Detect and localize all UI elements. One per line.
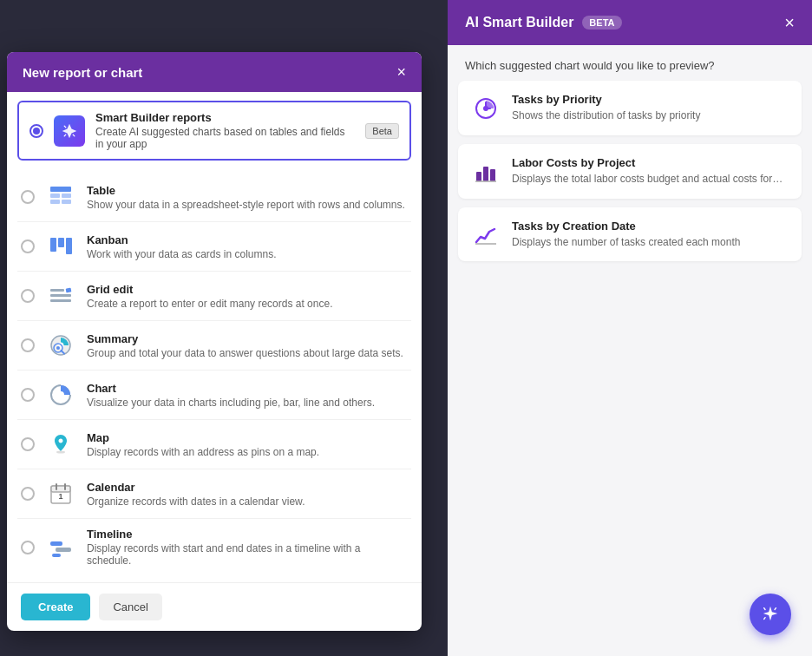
timeline-svg	[49, 535, 73, 560]
kanban-radio	[21, 239, 35, 253]
svg-point-15	[56, 346, 60, 350]
report-option-kanban[interactable]: Kanban Work with your data as cards in c…	[17, 222, 411, 272]
grid-edit-svg	[49, 284, 73, 308]
grid-edit-radio	[21, 289, 35, 303]
calendar-desc: Organize records with dates in a calenda…	[87, 495, 304, 508]
svg-rect-31	[483, 167, 488, 181]
svg-rect-5	[50, 238, 56, 252]
smart-builder-title: Smart Builder reports	[95, 111, 355, 124]
chart-card-tasks-creation[interactable]: Tasks by Creation Date Displays the numb…	[458, 207, 802, 262]
smart-builder-radio	[29, 124, 43, 138]
chart-card-tasks-priority[interactable]: Tasks by Priority Shows the distribution…	[458, 81, 802, 135]
table-svg	[49, 185, 73, 209]
svg-rect-6	[58, 238, 64, 247]
right-panel-close-button[interactable]: ×	[784, 14, 795, 31]
timeline-desc: Display records with start and end dates…	[87, 542, 408, 567]
kanban-title: Kanban	[87, 233, 277, 246]
summary-title: Summary	[87, 332, 403, 345]
svg-rect-25	[52, 554, 61, 557]
svg-point-17	[56, 451, 65, 454]
grid-edit-title: Grid edit	[87, 283, 332, 296]
labor-costs-desc: Displays the total labor costs budget an…	[512, 172, 783, 187]
report-option-table[interactable]: Table Show your data in a spreadsheet-st…	[17, 173, 411, 222]
tasks-creation-desc: Displays the number of tasks created eac…	[512, 235, 740, 250]
svg-rect-4	[62, 200, 71, 204]
map-svg	[49, 432, 73, 456]
kanban-icon	[45, 231, 76, 262]
svg-rect-24	[56, 548, 71, 552]
grid-edit-desc: Create a report to enter or edit many re…	[87, 298, 332, 310]
report-option-map[interactable]: Map Display records with an address as p…	[17, 420, 411, 469]
table-icon	[45, 181, 76, 213]
modal-header: New report or chart ×	[7, 52, 422, 92]
smart-builder-option[interactable]: Smart Builder reports Create AI suggeste…	[17, 101, 411, 161]
svg-rect-9	[66, 288, 72, 293]
map-desc: Display records with an address as pins …	[87, 446, 319, 458]
svg-rect-32	[490, 169, 495, 181]
report-option-grid-edit[interactable]: Grid edit Create a report to enter or ed…	[17, 272, 411, 321]
radio-selected-indicator	[33, 128, 40, 134]
smart-builder-desc: Create AI suggested charts based on tabl…	[95, 126, 355, 150]
map-title: Map	[87, 431, 319, 444]
chart-title: Chart	[87, 382, 375, 395]
line-chart-icon	[472, 221, 500, 249]
svg-rect-3	[50, 200, 60, 204]
svg-rect-2	[62, 194, 71, 198]
create-button[interactable]: Create	[21, 594, 90, 620]
table-text: Table Show your data in a spreadsheet-st…	[87, 184, 405, 211]
chart-text: Chart Visualize your data in charts incl…	[87, 382, 375, 409]
summary-desc: Group and total your data to answer ques…	[87, 347, 403, 359]
summary-svg	[49, 333, 73, 358]
tasks-priority-desc: Shows the distribution of tasks by prior…	[512, 108, 700, 123]
calendar-title: Calendar	[87, 481, 304, 494]
chart-radio	[21, 388, 35, 402]
chart-card-labor-costs[interactable]: Labor Costs by Project Displays the tota…	[458, 144, 802, 199]
svg-rect-8	[50, 289, 64, 292]
cancel-button[interactable]: Cancel	[99, 594, 161, 620]
svg-rect-1	[50, 194, 60, 198]
smart-builder-icon	[54, 115, 85, 147]
kanban-text: Kanban Work with your data as cards in c…	[87, 233, 277, 260]
labor-costs-title: Labor Costs by Project	[512, 156, 783, 169]
grid-edit-icon	[45, 280, 76, 312]
wand-icon	[61, 122, 78, 140]
report-option-timeline[interactable]: Timeline Display records with start and …	[17, 519, 411, 575]
summary-text: Summary Group and total your data to ans…	[87, 332, 403, 359]
fab-button[interactable]	[750, 594, 791, 635]
map-text: Map Display records with an address as p…	[87, 431, 319, 458]
right-panel-header-left: AI Smart Builder BETA	[465, 15, 622, 30]
right-beta-badge: BETA	[582, 16, 621, 30]
kanban-desc: Work with your data as cards in columns.	[87, 248, 277, 260]
svg-rect-11	[50, 299, 71, 302]
tasks-priority-title: Tasks by Priority	[512, 93, 700, 106]
kanban-svg	[49, 234, 73, 259]
clock-chart-icon	[472, 95, 500, 122]
chart-svg	[49, 383, 73, 407]
summary-radio	[21, 338, 35, 352]
report-option-calendar[interactable]: 1 Calendar Organize records with dates i…	[17, 469, 411, 519]
sparkle-icon	[761, 605, 780, 624]
modal-footer: Create Cancel	[7, 582, 422, 631]
svg-rect-30	[476, 172, 481, 181]
timeline-text: Timeline Display records with start and …	[87, 528, 408, 567]
modal-close-button[interactable]: ×	[396, 64, 406, 80]
calendar-radio	[21, 487, 35, 501]
right-panel-subtitle: Which suggested chart would you like to …	[448, 45, 812, 81]
labor-costs-text: Labor Costs by Project Displays the tota…	[512, 156, 783, 187]
timeline-icon	[45, 532, 76, 563]
svg-point-16	[57, 391, 64, 398]
report-option-summary[interactable]: Summary Group and total your data to ans…	[17, 321, 411, 371]
grid-edit-text: Grid edit Create a report to enter or ed…	[87, 283, 332, 310]
chart-icon	[45, 379, 76, 410]
bar-chart-icon	[472, 158, 500, 186]
report-option-chart[interactable]: Chart Visualize your data in charts incl…	[17, 371, 411, 420]
smart-builder-beta-badge: Beta	[365, 123, 399, 139]
chart-cards-list: Tasks by Priority Shows the distribution…	[448, 81, 812, 270]
svg-text:1: 1	[58, 492, 62, 501]
svg-rect-23	[50, 541, 62, 546]
calendar-icon: 1	[45, 478, 76, 509]
smart-builder-text: Smart Builder reports Create AI suggeste…	[95, 111, 355, 150]
svg-rect-7	[66, 238, 72, 254]
table-title: Table	[87, 184, 405, 197]
timeline-title: Timeline	[87, 528, 408, 541]
